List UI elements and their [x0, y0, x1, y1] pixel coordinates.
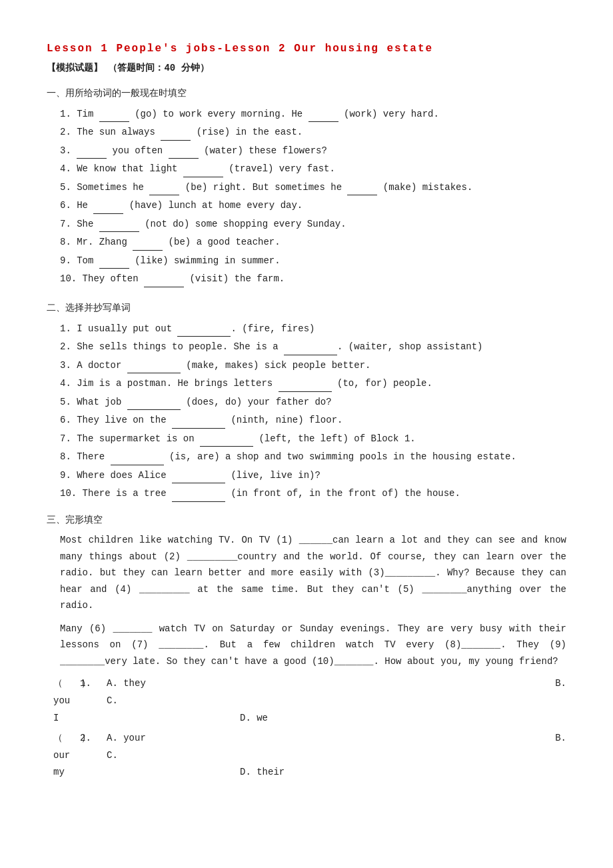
mcq-b-label: B. [526, 676, 566, 692]
title: Lesson 1 People's jobs-Lesson 2 Our hous… [47, 40, 566, 58]
mcq-item-2-md: my D. their [47, 765, 566, 781]
meta-line: 【模拟试题】 （答题时间：40 分钟） [47, 61, 566, 77]
list-item: 8. Mr. Zhang (be) a good teacher. [60, 234, 566, 251]
section1-list: 1. Tim (go) to work every morning. He (w… [47, 106, 566, 287]
mcq-item-2-cd: our C. [47, 748, 566, 764]
list-item: 7. She (not do) some shopping every Sund… [60, 216, 566, 233]
list-item: 10. There is a tree (in front of, in the… [60, 485, 566, 502]
list-item: 4. Jim is a postman. He brings letters (… [60, 375, 566, 392]
mcq-c-label-2: C. [107, 748, 566, 764]
mcq-num-2: 2. [80, 731, 107, 747]
mcq-b-label-2: B. [526, 731, 566, 747]
section2-list: 1. I usually put out . (fire, fires) 2. … [47, 321, 566, 502]
section3: 三、完形填空 Most children like watching TV. O… [47, 513, 566, 781]
passage2: Many (6) _______ watch TV on Saturday or… [47, 621, 566, 670]
mcq-c-label: C. [107, 693, 566, 709]
mcq-you: you [53, 693, 107, 709]
mcq-num: 1. [80, 676, 107, 692]
mcq-my: my [53, 765, 107, 781]
list-item: 3. you often (water) these flowers? [60, 143, 566, 159]
meta-label: 【模拟试题】 [47, 63, 103, 73]
page-container: Lesson 1 People's jobs-Lesson 2 Our hous… [47, 40, 566, 781]
list-item: 6. He (have) lunch at home every day. [60, 197, 566, 214]
list-item: 2. The sun always (rise) in the east. [60, 124, 566, 141]
mcq-our: our [53, 748, 107, 764]
section3-header: 三、完形填空 [47, 513, 566, 529]
passage1: Most children like watching TV. On TV (1… [47, 532, 566, 614]
mcq-a-2: A. your [107, 731, 526, 747]
list-item: 1. Tim (go) to work every morning. He (w… [60, 106, 566, 123]
mcq-paren-2: （ ） [53, 731, 80, 747]
list-item: 5. Sometimes he (be) right. But sometime… [60, 179, 566, 196]
list-item: 10. They often (visit) the farm. [60, 271, 566, 287]
mcq-i: I [53, 711, 107, 727]
meta-time: （答题时间：40 分钟） [108, 63, 209, 73]
list-item: 4. We know that light (travel) very fast… [60, 161, 566, 177]
list-item: 7. The supermarket is on (left, the left… [60, 431, 566, 447]
mcq-d-2: D. their [240, 765, 285, 781]
mcq-item-1-cd: you C. [47, 693, 566, 709]
mcq-item-1: （ ） 1. A. they B. [47, 676, 566, 692]
list-item: 1. I usually put out . (fire, fires) [60, 321, 566, 337]
list-item: 3. A doctor (make, makes) sick people be… [60, 357, 566, 374]
list-item: 2. She sells things to people. She is a … [60, 339, 566, 355]
mcq-item-2: （ ） 2. A. your B. [47, 731, 566, 747]
list-item: 9. Where does Alice (live, live in)? [60, 467, 566, 484]
section2-header: 二、选择并抄写单词 [47, 301, 566, 317]
list-item: 5. What job (does, do) your father do? [60, 394, 566, 411]
mcq-paren: （ ） [53, 676, 80, 692]
mcq-d: D. we [240, 711, 268, 727]
mcq-item-1-id: I D. we [47, 711, 566, 727]
list-item: 8. There (is, are) a shop and two swimmi… [60, 449, 566, 465]
section1-header: 一、用所给动词的一般现在时填空 [47, 86, 566, 102]
list-item: 6. They live on the (ninth, nine) floor. [60, 412, 566, 429]
list-item: 9. Tom (like) swimming in summer. [60, 253, 566, 269]
mcq-a: A. they [107, 676, 526, 692]
